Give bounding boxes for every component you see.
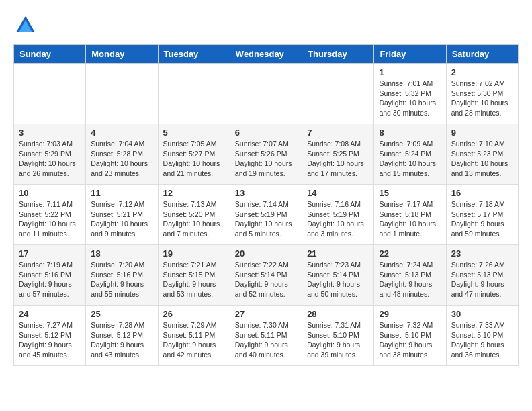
logo-icon — [13, 13, 38, 38]
calendar-week-row: 24Sunrise: 7:27 AM Sunset: 5:12 PM Dayli… — [14, 306, 519, 366]
calendar-body: 1Sunrise: 7:01 AM Sunset: 5:32 PM Daylig… — [14, 64, 519, 366]
day-number: 16 — [451, 188, 513, 198]
calendar-cell: 6Sunrise: 7:07 AM Sunset: 5:26 PM Daylig… — [230, 124, 302, 185]
calendar-cell: 29Sunrise: 7:32 AM Sunset: 5:10 PM Dayli… — [374, 306, 446, 366]
day-number: 22 — [379, 248, 441, 259]
day-number: 15 — [379, 188, 441, 198]
calendar-cell: 13Sunrise: 7:14 AM Sunset: 5:19 PM Dayli… — [230, 185, 302, 245]
calendar-cell: 7Sunrise: 7:08 AM Sunset: 5:25 PM Daylig… — [302, 124, 374, 185]
day-info: Sunrise: 7:12 AM Sunset: 5:21 PM Dayligh… — [91, 199, 152, 239]
day-number: 11 — [91, 188, 152, 198]
calendar-cell: 5Sunrise: 7:05 AM Sunset: 5:27 PM Daylig… — [158, 124, 230, 185]
day-number: 28 — [307, 309, 369, 319]
day-info: Sunrise: 7:26 AM Sunset: 5:13 PM Dayligh… — [451, 260, 513, 300]
day-info: Sunrise: 7:33 AM Sunset: 5:10 PM Dayligh… — [451, 320, 513, 360]
day-number: 6 — [235, 128, 297, 138]
weekday-header: Sunday — [14, 45, 86, 64]
calendar-cell: 9Sunrise: 7:10 AM Sunset: 5:23 PM Daylig… — [446, 124, 518, 185]
day-number: 5 — [163, 128, 225, 138]
calendar-week-row: 1Sunrise: 7:01 AM Sunset: 5:32 PM Daylig… — [14, 64, 519, 124]
calendar-cell: 30Sunrise: 7:33 AM Sunset: 5:10 PM Dayli… — [446, 306, 518, 366]
day-number: 4 — [91, 128, 152, 138]
day-info: Sunrise: 7:27 AM Sunset: 5:12 PM Dayligh… — [19, 320, 81, 360]
day-number: 25 — [91, 309, 152, 319]
calendar-cell — [14, 64, 86, 124]
calendar-cell — [86, 64, 158, 124]
day-info: Sunrise: 7:18 AM Sunset: 5:17 PM Dayligh… — [451, 199, 513, 239]
day-info: Sunrise: 7:31 AM Sunset: 5:10 PM Dayligh… — [307, 320, 369, 360]
day-number: 19 — [163, 248, 225, 259]
day-number: 29 — [379, 309, 441, 319]
calendar-cell: 16Sunrise: 7:18 AM Sunset: 5:17 PM Dayli… — [446, 185, 518, 245]
calendar-cell: 2Sunrise: 7:02 AM Sunset: 5:30 PM Daylig… — [446, 64, 518, 124]
day-number: 24 — [19, 309, 81, 319]
calendar-cell: 10Sunrise: 7:11 AM Sunset: 5:22 PM Dayli… — [14, 185, 86, 245]
calendar-cell: 14Sunrise: 7:16 AM Sunset: 5:19 PM Dayli… — [302, 185, 374, 245]
day-number: 2 — [451, 67, 513, 77]
day-info: Sunrise: 7:10 AM Sunset: 5:23 PM Dayligh… — [451, 139, 513, 179]
day-info: Sunrise: 7:19 AM Sunset: 5:16 PM Dayligh… — [19, 260, 81, 300]
day-info: Sunrise: 7:02 AM Sunset: 5:30 PM Dayligh… — [451, 79, 513, 118]
day-info: Sunrise: 7:20 AM Sunset: 5:16 PM Dayligh… — [91, 260, 152, 300]
day-info: Sunrise: 7:16 AM Sunset: 5:19 PM Dayligh… — [307, 199, 369, 239]
calendar-cell: 18Sunrise: 7:20 AM Sunset: 5:16 PM Dayli… — [86, 245, 158, 306]
day-info: Sunrise: 7:11 AM Sunset: 5:22 PM Dayligh… — [19, 199, 81, 239]
day-number: 8 — [379, 128, 441, 138]
calendar-cell: 1Sunrise: 7:01 AM Sunset: 5:32 PM Daylig… — [374, 64, 446, 124]
calendar-cell: 28Sunrise: 7:31 AM Sunset: 5:10 PM Dayli… — [302, 306, 374, 366]
day-info: Sunrise: 7:07 AM Sunset: 5:26 PM Dayligh… — [235, 139, 297, 179]
day-info: Sunrise: 7:01 AM Sunset: 5:32 PM Dayligh… — [379, 79, 441, 118]
day-info: Sunrise: 7:05 AM Sunset: 5:27 PM Dayligh… — [163, 139, 225, 179]
calendar-cell: 21Sunrise: 7:23 AM Sunset: 5:14 PM Dayli… — [302, 245, 374, 306]
weekday-header: Friday — [374, 45, 446, 64]
calendar-cell: 8Sunrise: 7:09 AM Sunset: 5:24 PM Daylig… — [374, 124, 446, 185]
calendar-cell: 3Sunrise: 7:03 AM Sunset: 5:29 PM Daylig… — [14, 124, 86, 185]
weekday-header: Thursday — [302, 45, 374, 64]
calendar-cell: 26Sunrise: 7:29 AM Sunset: 5:11 PM Dayli… — [158, 306, 230, 366]
page-header — [13, 13, 519, 38]
day-number: 3 — [19, 128, 81, 138]
calendar-cell: 20Sunrise: 7:22 AM Sunset: 5:14 PM Dayli… — [230, 245, 302, 306]
day-info: Sunrise: 7:21 AM Sunset: 5:15 PM Dayligh… — [163, 260, 225, 300]
calendar-cell: 17Sunrise: 7:19 AM Sunset: 5:16 PM Dayli… — [14, 245, 86, 306]
day-number: 10 — [19, 188, 81, 198]
calendar-table: SundayMondayTuesdayWednesdayThursdayFrid… — [13, 44, 519, 366]
calendar-cell: 22Sunrise: 7:24 AM Sunset: 5:13 PM Dayli… — [374, 245, 446, 306]
calendar-cell — [230, 64, 302, 124]
calendar-cell: 15Sunrise: 7:17 AM Sunset: 5:18 PM Dayli… — [374, 185, 446, 245]
day-info: Sunrise: 7:22 AM Sunset: 5:14 PM Dayligh… — [235, 260, 297, 300]
header-row: SundayMondayTuesdayWednesdayThursdayFrid… — [14, 45, 519, 64]
weekday-header: Monday — [86, 45, 158, 64]
calendar-cell: 27Sunrise: 7:30 AM Sunset: 5:11 PM Dayli… — [230, 306, 302, 366]
day-number: 21 — [307, 248, 369, 259]
day-info: Sunrise: 7:30 AM Sunset: 5:11 PM Dayligh… — [235, 320, 297, 360]
logo — [13, 13, 42, 38]
day-number: 26 — [163, 309, 225, 319]
calendar-cell: 25Sunrise: 7:28 AM Sunset: 5:12 PM Dayli… — [86, 306, 158, 366]
day-info: Sunrise: 7:09 AM Sunset: 5:24 PM Dayligh… — [379, 139, 441, 179]
calendar-cell: 4Sunrise: 7:04 AM Sunset: 5:28 PM Daylig… — [86, 124, 158, 185]
calendar-header: SundayMondayTuesdayWednesdayThursdayFrid… — [14, 45, 519, 64]
day-info: Sunrise: 7:03 AM Sunset: 5:29 PM Dayligh… — [19, 139, 81, 179]
calendar-cell: 12Sunrise: 7:13 AM Sunset: 5:20 PM Dayli… — [158, 185, 230, 245]
day-number: 30 — [451, 309, 513, 319]
day-number: 14 — [307, 188, 369, 198]
weekday-header: Saturday — [446, 45, 518, 64]
day-number: 7 — [307, 128, 369, 138]
day-info: Sunrise: 7:04 AM Sunset: 5:28 PM Dayligh… — [91, 139, 152, 179]
day-number: 23 — [451, 248, 513, 259]
calendar-cell — [302, 64, 374, 124]
calendar-cell — [158, 64, 230, 124]
calendar-cell: 23Sunrise: 7:26 AM Sunset: 5:13 PM Dayli… — [446, 245, 518, 306]
calendar-week-row: 17Sunrise: 7:19 AM Sunset: 5:16 PM Dayli… — [14, 245, 519, 306]
day-number: 12 — [163, 188, 225, 198]
day-info: Sunrise: 7:24 AM Sunset: 5:13 PM Dayligh… — [379, 260, 441, 300]
calendar-week-row: 10Sunrise: 7:11 AM Sunset: 5:22 PM Dayli… — [14, 185, 519, 245]
day-info: Sunrise: 7:28 AM Sunset: 5:12 PM Dayligh… — [91, 320, 152, 360]
day-info: Sunrise: 7:13 AM Sunset: 5:20 PM Dayligh… — [163, 199, 225, 239]
day-info: Sunrise: 7:32 AM Sunset: 5:10 PM Dayligh… — [379, 320, 441, 360]
day-info: Sunrise: 7:08 AM Sunset: 5:25 PM Dayligh… — [307, 139, 369, 179]
day-number: 17 — [19, 248, 81, 259]
day-number: 9 — [451, 128, 513, 138]
day-number: 27 — [235, 309, 297, 319]
